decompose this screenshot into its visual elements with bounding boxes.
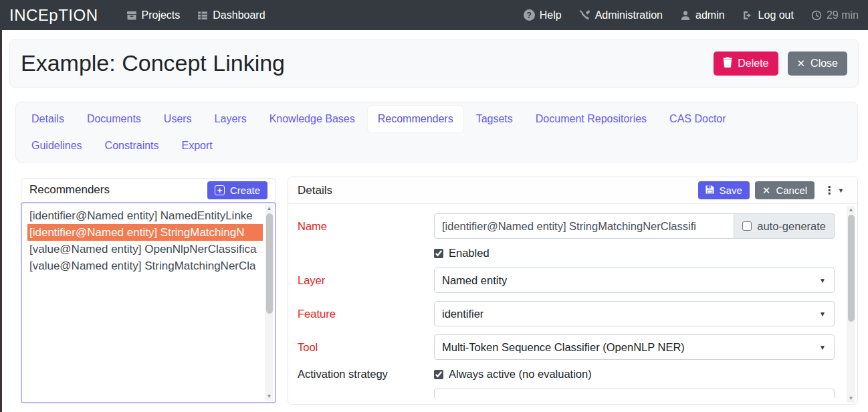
details-panel: Details Save ✕ Cancel ⋮ ▼ Name (288, 177, 858, 405)
details-panel-header: Details Save ✕ Cancel ⋮ ▼ (288, 177, 857, 204)
tab-tagsets[interactable]: Tagsets (466, 106, 523, 132)
scrollbar-thumb[interactable] (848, 215, 855, 322)
tool-label: Tool (298, 341, 434, 354)
delete-button[interactable]: Delete (714, 51, 778, 76)
recommender-list-item-selected[interactable]: [identifier@Named entity] StringMatching… (27, 224, 263, 241)
nav-help[interactable]: ? Help (524, 9, 562, 21)
layer-select[interactable]: Named entity ▼ (434, 268, 835, 293)
kebab-icon: ⋮ (824, 184, 835, 197)
chevron-down-icon: ▼ (819, 277, 826, 284)
nav-administration-label: Administration (595, 9, 663, 21)
window-edge (0, 30, 2, 412)
list-icon (197, 10, 208, 21)
always-active-label: Always active (no evaluation) (449, 368, 592, 381)
scroll-down-arrow-icon[interactable]: ▼ (265, 393, 274, 401)
top-navbar: INCEpTION Projects Dashboard ? Help Admi… (0, 0, 868, 30)
scroll-up-arrow-icon[interactable]: ▲ (265, 205, 274, 213)
tab-documents[interactable]: Documents (77, 106, 151, 132)
tab-cas-doctor[interactable]: CAS Doctor (659, 106, 736, 132)
nav-help-label: Help (540, 9, 562, 21)
create-button-label: Create (230, 185, 260, 196)
nav-dashboard[interactable]: Dashboard (197, 9, 265, 21)
recommender-list-item[interactable]: [identifier@Named entity] NamedEntityLin… (27, 207, 263, 224)
list-scrollbar[interactable]: ▲ ▼ (265, 205, 274, 401)
cancel-button[interactable]: ✕ Cancel (755, 181, 815, 199)
chevron-down-icon: ▼ (838, 187, 844, 194)
enabled-checkbox[interactable] (434, 249, 443, 258)
feature-label: Feature (298, 308, 434, 320)
chevron-down-icon: ▼ (819, 310, 826, 318)
title-actions: Delete ✕ Close (714, 51, 847, 76)
tab-details[interactable]: Details (21, 106, 74, 132)
recommender-list-item[interactable]: [value@Named entity] StringMatchingNerCl… (27, 258, 263, 274)
more-actions-dropdown[interactable]: ⋮ ▼ (820, 181, 848, 199)
always-active-checkbox[interactable] (434, 370, 443, 379)
recommenders-listbox[interactable]: [identifier@Named entity] NamedEntityLin… (21, 202, 276, 403)
save-button[interactable]: Save (698, 181, 750, 199)
feature-select[interactable]: identifier ▼ (434, 301, 835, 326)
navbar-left-menu: Projects Dashboard (126, 9, 265, 21)
tab-row-2: Guidelines Constraints Export (21, 132, 852, 159)
tool-field-row: Tool Multi-Token Sequence Classifier (Op… (298, 334, 835, 360)
archive-icon (126, 10, 137, 21)
delete-button-label: Delete (738, 58, 768, 70)
tool-select[interactable]: Multi-Token Sequence Classifier (OpenNLP… (434, 334, 835, 360)
create-recommender-button[interactable]: + Create (207, 181, 267, 199)
scroll-down-arrow-icon[interactable]: ▼ (847, 395, 855, 403)
activation-strategy-label: Activation strategy (298, 368, 434, 381)
help-icon: ? (524, 9, 535, 21)
cancel-icon: ✕ (762, 185, 771, 195)
recommender-list-item[interactable]: [value@Named entity] OpenNlpNerClassific… (27, 241, 263, 258)
tab-knowledge-bases[interactable]: Knowledge Bases (259, 106, 365, 132)
auto-generate-addon: auto-generate (734, 213, 835, 239)
chevron-down-icon: ▼ (819, 344, 826, 351)
scrollbar-thumb[interactable] (266, 213, 273, 314)
auto-generate-label: auto-generate (757, 220, 826, 233)
logout-icon (742, 10, 754, 21)
app-brand[interactable]: INCEpTION (9, 6, 98, 25)
name-label: Name (298, 220, 434, 233)
nav-user-label: admin (695, 9, 725, 21)
enabled-check-row: Enabled (434, 247, 835, 260)
clock-icon (811, 10, 822, 21)
clipped-input[interactable] (434, 389, 835, 398)
tab-layers[interactable]: Layers (205, 106, 257, 132)
page-title: Example: Concept Linking (21, 50, 285, 76)
close-button-label: Close (810, 58, 838, 70)
name-field-row: Name auto-generate (298, 213, 835, 239)
tab-document-repositories[interactable]: Document Repositories (526, 106, 657, 132)
activation-strategy-row: Activation strategy Always active (no ev… (298, 368, 835, 381)
details-actions: Save ✕ Cancel ⋮ ▼ (698, 181, 848, 199)
tab-export[interactable]: Export (172, 132, 223, 159)
nav-dashboard-label: Dashboard (213, 9, 265, 21)
cancel-button-label: Cancel (776, 185, 807, 196)
nav-logout[interactable]: Log out (742, 9, 794, 21)
close-button[interactable]: ✕ Close (788, 51, 847, 76)
user-icon (680, 10, 691, 21)
tab-guidelines[interactable]: Guidelines (21, 132, 92, 159)
feature-select-value: identifier (442, 308, 483, 320)
nav-projects[interactable]: Projects (126, 9, 181, 21)
auto-generate-checkbox[interactable] (742, 221, 752, 231)
tool-select-value: Multi-Token Sequence Classifier (OpenNLP… (442, 341, 685, 354)
clipped-field-row (298, 389, 835, 398)
tab-recommenders[interactable]: Recommenders (368, 106, 463, 132)
tab-users[interactable]: Users (154, 106, 202, 132)
settings-tabs: Details Documents Users Layers Knowledge… (15, 102, 858, 163)
enabled-label: Enabled (449, 247, 490, 260)
nav-administration[interactable]: Administration (579, 9, 663, 21)
scroll-up-arrow-icon[interactable]: ▲ (847, 206, 855, 214)
plus-square-icon: + (215, 185, 225, 195)
name-input[interactable] (434, 213, 734, 239)
layer-field-row: Layer Named entity ▼ (298, 268, 835, 293)
enabled-field-row: Enabled (298, 247, 835, 260)
tab-constraints[interactable]: Constraints (95, 132, 169, 159)
nav-user[interactable]: admin (680, 9, 725, 21)
details-panel-title: Details (298, 184, 332, 197)
navbar-right-menu: ? Help Administration admin Log out 29 (524, 9, 859, 21)
tools-icon (579, 9, 590, 21)
recommenders-panel-header: Recommenders + Create (21, 178, 276, 202)
project-title-card: Example: Concept Linking Delete ✕ Close (9, 39, 859, 88)
feature-field-row: Feature identifier ▼ (298, 301, 835, 326)
details-scrollbar[interactable]: ▲ ▼ (847, 206, 855, 403)
